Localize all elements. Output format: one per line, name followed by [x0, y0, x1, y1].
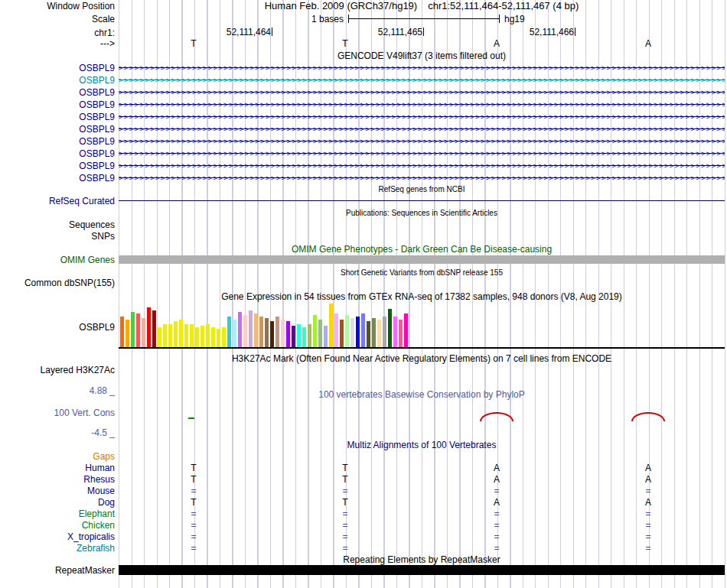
repeatmasker-label[interactable]: RepeatMasker — [0, 565, 115, 576]
sequences-label[interactable]: Sequences — [0, 219, 115, 230]
species-label[interactable]: Zebrafish — [0, 543, 115, 554]
reference-base: A — [641, 38, 656, 49]
multiz-species-row: HumanTTAA — [0, 463, 725, 474]
gencode-gene-row: OSBPL9>>>>>>>>>>>>>>>>>>>>>>>>>>>>>>>>>>… — [0, 99, 725, 111]
gtex-expression-bar — [377, 320, 381, 347]
coordinate-tick — [272, 28, 272, 36]
gtex-expression-bar — [259, 317, 263, 347]
gene-label[interactable]: OSBPL9 — [0, 160, 115, 172]
multiz-species-row: Zebrafish==== — [0, 543, 725, 554]
gene-arrow-line[interactable]: >>>>>>>>>>>>>>>>>>>>>>>>>>>>>>>>>>>>>>>>… — [119, 74, 725, 86]
gene-label[interactable]: OSBPL9 — [0, 111, 115, 123]
gtex-expression-bar — [286, 321, 290, 347]
gene-label[interactable]: OSBPL9 — [0, 62, 115, 74]
gtex-expression-bar — [350, 318, 354, 347]
gtex-expression-bar — [275, 317, 279, 347]
gene-arrow-line[interactable]: >>>>>>>>>>>>>>>>>>>>>>>>>>>>>>>>>>>>>>>>… — [119, 135, 725, 148]
conservation-label[interactable]: 100 Vert. Cons — [0, 408, 115, 418]
multiz-track-title[interactable]: Multiz Alignments of 100 Vertebrates — [119, 440, 725, 450]
h3k27ac-track-title[interactable]: H3K27Ac Mark (Often Found Near Active Re… — [119, 353, 725, 364]
alignment-base: A — [489, 474, 504, 486]
gene-arrow-line[interactable]: >>>>>>>>>>>>>>>>>>>>>>>>>>>>>>>>>>>>>>>>… — [119, 86, 725, 99]
strand-arrow-label: ---> — [0, 38, 115, 49]
gene-label[interactable]: OSBPL9 — [0, 123, 115, 135]
gene-arrow-line[interactable]: >>>>>>>>>>>>>>>>>>>>>>>>>>>>>>>>>>>>>>>>… — [119, 148, 725, 160]
omim-gene-bar[interactable] — [119, 255, 725, 264]
gtex-expression-bar — [184, 324, 188, 347]
conservation-track-title[interactable]: 100 vertebrates Basewise Conservation by… — [119, 389, 725, 400]
gtex-gene-label[interactable]: OSBPL9 — [0, 322, 115, 333]
gene-arrow-line[interactable]: >>>>>>>>>>>>>>>>>>>>>>>>>>>>>>>>>>>>>>>>… — [119, 62, 725, 74]
gtex-track-title[interactable]: Gene Expression in 54 tissues from GTEx … — [119, 291, 725, 302]
species-label[interactable]: Elephant — [0, 508, 115, 520]
repeatmasker-element-bar[interactable] — [119, 565, 725, 575]
alignment-base: = — [337, 543, 353, 554]
gene-label[interactable]: OSBPL9 — [0, 172, 115, 184]
dbsnp-track-title[interactable]: Short Genetic Variants from dbSNP releas… — [119, 268, 725, 278]
omim-track-title[interactable]: OMIM Gene Phenotypes - Dark Green Can Be… — [119, 244, 725, 255]
gencode-gene-row: OSBPL9>>>>>>>>>>>>>>>>>>>>>>>>>>>>>>>>>>… — [0, 111, 725, 123]
gencode-gene-row: OSBPL9>>>>>>>>>>>>>>>>>>>>>>>>>>>>>>>>>>… — [0, 123, 725, 135]
gtex-expression-bar — [120, 317, 124, 347]
gtex-expression-bar — [270, 321, 274, 347]
reference-base: A — [489, 38, 504, 49]
chrom-label: chr1: — [0, 28, 115, 38]
gene-label[interactable]: OSBPL9 — [0, 135, 115, 148]
gene-arrow-line[interactable]: >>>>>>>>>>>>>>>>>>>>>>>>>>>>>>>>>>>>>>>>… — [119, 123, 725, 135]
alignment-base: = — [489, 543, 504, 554]
gtex-expression-bar — [313, 315, 317, 347]
gene-arrow-line[interactable]: >>>>>>>>>>>>>>>>>>>>>>>>>>>>>>>>>>>>>>>>… — [119, 111, 725, 123]
dbsnp-label[interactable]: Common dbSNP(155) — [0, 278, 115, 288]
gencode-gene-row: OSBPL9>>>>>>>>>>>>>>>>>>>>>>>>>>>>>>>>>>… — [0, 74, 725, 86]
refseq-track-title[interactable]: RefSeq genes from NCBI — [119, 184, 725, 195]
gtex-expression-bar — [211, 327, 215, 347]
conservation-min-label: -4.5 _ — [0, 427, 115, 438]
species-label[interactable]: Dog — [0, 497, 115, 508]
gtex-expression-bar — [238, 312, 242, 347]
window-position-label: Window Position — [0, 1, 115, 11]
gencode-gene-row: OSBPL9>>>>>>>>>>>>>>>>>>>>>>>>>>>>>>>>>>… — [0, 86, 725, 99]
gtex-expression-bar — [383, 317, 386, 347]
alignment-base: T — [186, 463, 201, 474]
gtex-expression-bar — [131, 312, 135, 347]
species-label[interactable]: Mouse — [0, 486, 115, 497]
omim-genes-label[interactable]: OMIM Genes — [0, 255, 115, 265]
repeatmasker-track-title[interactable]: Repeating Elements by RepeatMasker — [119, 554, 725, 565]
species-label[interactable]: Rhesus — [0, 474, 115, 486]
gtex-expression-bar — [388, 309, 392, 347]
alignment-base: A — [489, 497, 504, 508]
gtex-bar-chart[interactable] — [120, 304, 412, 347]
species-label[interactable]: Human — [0, 463, 115, 474]
refseq-curated-label[interactable]: RefSeq Curated — [0, 196, 115, 206]
gtex-expression-bar — [329, 304, 333, 347]
refseq-curated-item[interactable] — [119, 200, 725, 201]
gtex-expression-bar — [206, 324, 210, 347]
species-label[interactable]: Chicken — [0, 520, 115, 531]
gtex-expression-bar — [345, 315, 349, 347]
gene-arrow-line[interactable]: >>>>>>>>>>>>>>>>>>>>>>>>>>>>>>>>>>>>>>>>… — [119, 99, 725, 111]
scale-bar — [348, 15, 500, 23]
gtex-expression-bar — [308, 324, 311, 347]
gene-label[interactable]: OSBPL9 — [0, 99, 115, 111]
gencode-track-title[interactable]: GENCODE V49lift37 (3 items filtered out) — [119, 50, 725, 61]
alignment-base: T — [186, 497, 201, 508]
species-label[interactable]: X_tropicalis — [0, 531, 115, 543]
gene-label[interactable]: OSBPL9 — [0, 86, 115, 99]
gene-label[interactable]: OSBPL9 — [0, 148, 115, 160]
snps-label[interactable]: SNPs — [0, 231, 115, 242]
gene-arrow-line[interactable]: >>>>>>>>>>>>>>>>>>>>>>>>>>>>>>>>>>>>>>>>… — [119, 172, 725, 184]
multiz-species-row: Chicken==== — [0, 520, 725, 531]
alignment-base: = — [489, 508, 504, 520]
h3k27ac-label[interactable]: Layered H3K27Ac — [0, 365, 115, 375]
gtex-expression-bar — [404, 313, 408, 347]
alignment-base: A — [489, 463, 504, 474]
gtex-expression-bar — [195, 327, 199, 347]
gene-arrow-line[interactable]: >>>>>>>>>>>>>>>>>>>>>>>>>>>>>>>>>>>>>>>>… — [119, 160, 725, 172]
conservation-positive-mark — [188, 417, 194, 419]
assembly-tag: hg19 — [504, 14, 525, 24]
gtex-expression-bar — [168, 324, 172, 347]
gtex-expression-bar — [142, 318, 145, 347]
publications-track-title[interactable]: Publications: Sequences in Scientific Ar… — [119, 208, 725, 219]
species-label[interactable]: Gaps — [0, 451, 115, 463]
gene-label[interactable]: OSBPL9 — [0, 74, 115, 86]
